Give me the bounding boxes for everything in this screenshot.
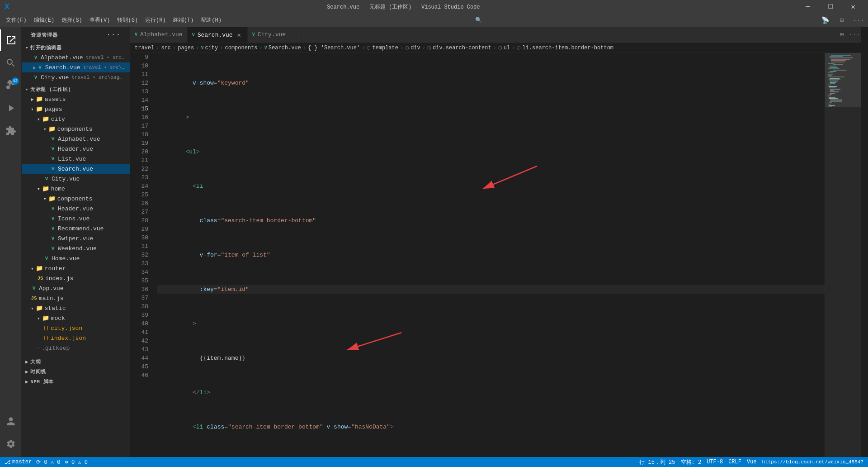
file-city-vue[interactable]: V City.vue (22, 174, 130, 184)
tab-close-icon[interactable]: ✕ (236, 31, 243, 38)
timeline-section[interactable]: ▶ 时间线 (22, 367, 130, 376)
file-weekend-vue[interactable]: V Weekend.vue (22, 243, 130, 253)
ul-bc-icon: ⬡ (498, 45, 502, 51)
statusbar: ⎇ master ⟳ 0 △ 0 ⊗ 0 ⚠ 0 行 15，列 25 空格: 2… (0, 457, 868, 467)
menu-help[interactable]: 帮助(H) (197, 14, 225, 27)
tab-search-label: Search.vue (198, 32, 233, 38)
folder-city[interactable]: ▾ 📁 city (22, 114, 130, 124)
folder-router[interactable]: ▾ 📁 router (22, 263, 130, 273)
open-editor-city[interactable]: V City.vue travel • src\pag… (22, 72, 130, 82)
div-bc-icon: ⬡ (405, 45, 409, 51)
menu-goto[interactable]: 转到(G) (113, 14, 142, 27)
link-status[interactable]: https://blog.csdn.net/weixin_45547 (762, 459, 863, 465)
broadcast-icon[interactable]: 📡 (818, 13, 832, 28)
file-index-js[interactable]: JS index.js (22, 273, 130, 283)
git-branch-status[interactable]: ⎇ master (5, 459, 32, 466)
settings-menu-icon[interactable]: ··· (851, 13, 866, 28)
folder-pages[interactable]: ▾ 📁 pages (22, 104, 130, 114)
file-city-json[interactable]: {} city.json (22, 323, 130, 333)
editor-area: V Alphabet.vue V Search.vue ✕ V City.vue… (130, 27, 861, 457)
code-content[interactable]: v-show="keyword" > <ul> <li class="searc… (153, 53, 825, 457)
line-ending-status[interactable]: CRLF (728, 459, 741, 465)
bc-search-vue: VSearch.vue (264, 45, 301, 51)
file-swiper-vue[interactable]: V Swiper.vue (22, 234, 130, 243)
bc-city: Vcity (201, 45, 218, 51)
close-open-editor-icon[interactable]: ✕ (33, 65, 36, 71)
account-icon[interactable] (0, 410, 22, 432)
menu-terminal[interactable]: 终端(T) (170, 14, 198, 27)
vue-bc-icon: V (201, 45, 203, 50)
vue-icon: V (50, 246, 56, 251)
layout-icon[interactable]: ⊞ (835, 13, 849, 28)
folder-mock[interactable]: ▾ 📁 mock (22, 313, 130, 323)
encoding-status[interactable]: UTF-8 (707, 459, 723, 465)
code-line-15: :key="item.id" (157, 285, 825, 294)
menu-run[interactable]: 运行(R) (142, 14, 170, 27)
file-main-js[interactable]: JS main.js (22, 293, 130, 303)
file-app-vue[interactable]: V App.vue (22, 283, 130, 293)
sidebar-more-icon[interactable]: ··· (106, 31, 121, 39)
split-editor-icon[interactable]: ⊞ (835, 27, 848, 43)
file-header-vue-home[interactable]: V Header.vue (22, 204, 130, 214)
file-header-vue-city[interactable]: V Header.vue (22, 144, 130, 154)
file-recommend-vue[interactable]: V Recommend.vue (22, 224, 130, 234)
open-editor-search[interactable]: ✕ V Search.vue travel • src\… (22, 62, 130, 72)
js-icon: JS (37, 276, 43, 281)
code-line-12: <li (157, 182, 825, 191)
language-status[interactable]: Vue (747, 459, 757, 465)
vue-file-icon: V (33, 55, 39, 60)
vue-icon: V (50, 236, 56, 241)
vue-icon: V (43, 256, 50, 261)
vue-bc-icon: V (264, 45, 267, 50)
folder-static[interactable]: ▾ 📁 static (22, 303, 130, 313)
menu-view[interactable]: 查看(V) (86, 14, 114, 27)
sidebar-header: 资源管理器 ··· (22, 27, 130, 43)
file-gitkeep[interactable]: · .gitkeep (22, 343, 130, 353)
menu-selection[interactable]: 选择(S) (58, 14, 86, 27)
menubar: 文件(F) 编辑(E) 选择(S) 查看(V) 转到(G) 运行(R) 终端(T… (0, 14, 868, 27)
bc-template: ⬡template (367, 45, 398, 51)
menu-edit[interactable]: 编辑(E) (30, 14, 58, 27)
folder-home-components[interactable]: ▾ 📁 components (22, 194, 130, 204)
tab-search[interactable]: V Search.vue ✕ (188, 27, 248, 43)
gear-icon[interactable] (0, 433, 22, 455)
tab-city[interactable]: V City.vue (248, 27, 302, 43)
bc-components: components (225, 45, 257, 51)
explorer-icon[interactable] (0, 29, 22, 51)
sync-status[interactable]: ⟳ 0 △ 0 (36, 459, 60, 466)
bc-div: ⬡div (405, 45, 420, 51)
tab-alphabet[interactable]: V Alphabet.vue (130, 27, 188, 43)
code-editor[interactable]: 9 10 11 12 13 14 15 16 17 18 19 20 21 22… (130, 53, 861, 457)
file-alphabet-vue[interactable]: V Alphabet.vue (22, 134, 130, 144)
outline-section[interactable]: ▶ 大纲 (22, 357, 130, 367)
code-line-14: v-for="item of list" (157, 251, 825, 259)
folder-home[interactable]: ▾ 📁 home (22, 184, 130, 194)
extensions-icon[interactable] (0, 120, 22, 142)
file-home-vue[interactable]: V Home.vue (22, 253, 130, 263)
cursor-position-status[interactable]: 行 15，列 25 (639, 458, 675, 466)
file-icons-vue[interactable]: V Icons.vue (22, 214, 130, 224)
open-editor-alphabet[interactable]: V Alphabet.vue travel • src… (22, 52, 130, 62)
source-control-icon[interactable]: 42 (0, 75, 22, 96)
file-search-vue[interactable]: V Search.vue (22, 164, 130, 174)
spaces-status[interactable]: 空格: 2 (681, 458, 702, 466)
debug-icon[interactable] (0, 97, 22, 119)
open-editors-header[interactable]: ▾ 打开的编辑器 (22, 43, 130, 52)
file-index-json[interactable]: {} index.json (22, 333, 130, 343)
menu-file[interactable]: 文件(F) (2, 14, 30, 27)
file-list-vue[interactable]: V List.vue (22, 154, 130, 164)
minimize-button[interactable]: ─ (797, 0, 818, 14)
more-actions-icon[interactable]: ··· (848, 27, 861, 43)
errors-status[interactable]: ⊗ 0 ⚠ 0 (65, 459, 87, 466)
activity-bar: 42 (0, 27, 22, 457)
folder-assets[interactable]: ▶ 📁 assets (22, 94, 130, 104)
close-button[interactable]: ✕ (843, 0, 863, 14)
vue-icon: V (50, 156, 56, 162)
maximize-button[interactable]: □ (820, 0, 841, 14)
gitkeep-icon: · (37, 346, 40, 351)
folder-city-components[interactable]: ▾ 📁 components (22, 124, 130, 134)
workspace-header[interactable]: ▾ 无标题 (工作区) (22, 84, 130, 94)
code-line-9: v-show="keyword" (157, 79, 825, 87)
npm-scripts-section[interactable]: ▶ NPM 脚本 (22, 376, 130, 386)
search-icon[interactable] (0, 52, 22, 74)
